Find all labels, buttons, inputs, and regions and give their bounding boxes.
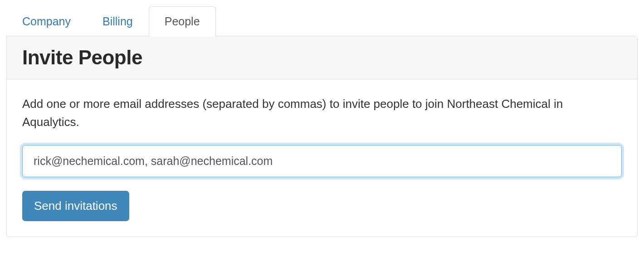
panel-body: Add one or more email addresses (separat…	[7, 79, 637, 237]
invite-description: Add one or more email addresses (separat…	[22, 95, 622, 131]
tab-company[interactable]: Company	[6, 6, 87, 36]
invite-panel: Invite People Add one or more email addr…	[6, 36, 638, 237]
email-input[interactable]	[22, 145, 622, 177]
tab-people[interactable]: People	[149, 6, 216, 37]
send-invitations-button[interactable]: Send invitations	[22, 191, 129, 221]
page-title: Invite People	[22, 46, 622, 69]
tab-billing[interactable]: Billing	[87, 6, 149, 36]
tabs-nav: Company Billing People	[6, 6, 638, 36]
panel-header: Invite People	[7, 36, 637, 79]
